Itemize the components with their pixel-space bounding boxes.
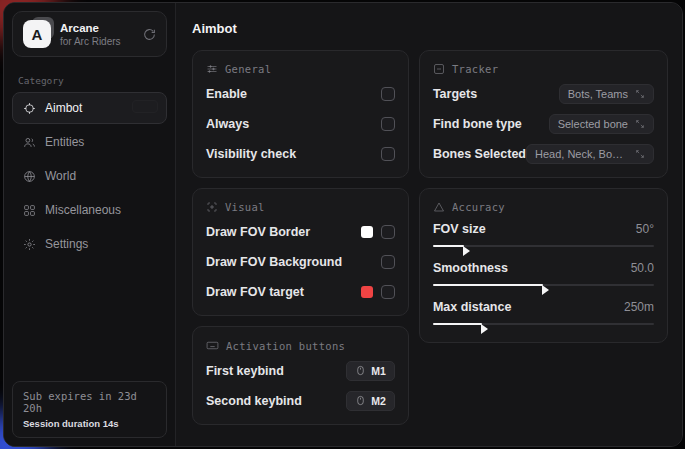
setting-row-find-bone-type: Find bone type Selected bone xyxy=(433,112,654,135)
card-accuracy: Accuracy FOV size 50° Smoothness xyxy=(419,188,668,343)
fov-size-slider[interactable] xyxy=(433,240,654,252)
slider-max-distance: Max distance 250m xyxy=(433,300,654,330)
visibility-check-checkbox[interactable] xyxy=(381,147,395,161)
setting-row-fov-target: Draw FOV target xyxy=(206,280,395,303)
fov-background-checkbox[interactable] xyxy=(381,255,395,269)
card-general: General Enable Always Visibility check xyxy=(192,50,409,178)
expand-icon xyxy=(635,89,645,99)
app-window: A Arcane for Arc Riders Category Aimbot xyxy=(3,2,683,447)
entities-icon xyxy=(22,135,36,149)
card-tracker: Tracker Targets Bots, Teams Find bone ty… xyxy=(419,50,668,178)
setting-row-second-keybind: Second keybind M2 xyxy=(206,389,395,412)
tracker-icon xyxy=(433,63,445,75)
keyboard-icon xyxy=(206,339,219,352)
setting-row-always: Always xyxy=(206,112,395,135)
setting-row-fov-background: Draw FOV Background xyxy=(206,250,395,273)
sidebar-item-settings[interactable]: Settings xyxy=(12,228,167,260)
brand-subtitle: for Arc Riders xyxy=(60,36,134,47)
setting-row-visibility-check: Visibility check xyxy=(206,142,395,165)
card-title-activation: Activation buttons xyxy=(226,340,345,352)
sidebar-item-miscellaneous[interactable]: Miscellaneous xyxy=(12,194,167,226)
enable-checkbox[interactable] xyxy=(381,87,395,101)
main-content: Aimbot General Enable Alw xyxy=(176,3,682,446)
active-item-hint xyxy=(132,100,158,113)
app-logo: A xyxy=(23,20,51,48)
slider-thumb[interactable] xyxy=(481,324,488,334)
slider-thumb[interactable] xyxy=(542,285,549,295)
card-visual: Visual Draw FOV Border Draw FOV Backgrou… xyxy=(192,188,409,316)
smoothness-slider[interactable] xyxy=(433,279,654,291)
subscription-box: Sub expires in 23d 20h Session duration … xyxy=(12,381,167,438)
sidebar-item-label: World xyxy=(45,169,76,183)
sync-icon[interactable] xyxy=(143,28,156,41)
fov-size-value: 50° xyxy=(636,222,654,236)
always-checkbox[interactable] xyxy=(381,117,395,131)
brand-name: Arcane xyxy=(60,22,134,34)
setting-row-fov-border: Draw FOV Border xyxy=(206,220,395,243)
page-title: Aimbot xyxy=(192,21,668,36)
triangle-icon xyxy=(433,201,445,213)
max-distance-slider[interactable] xyxy=(433,318,654,330)
globe-icon xyxy=(22,169,36,183)
setting-row-enable: Enable xyxy=(206,82,395,105)
second-keybind-button[interactable]: M2 xyxy=(346,391,395,411)
sidebar-item-label: Miscellaneous xyxy=(45,203,121,217)
fov-target-checkbox[interactable] xyxy=(381,285,395,299)
sidebar-item-label: Settings xyxy=(45,237,88,251)
smoothness-value: 50.0 xyxy=(631,261,654,275)
brand-card: A Arcane for Arc Riders xyxy=(12,11,167,57)
sidebar-item-label: Aimbot xyxy=(45,101,82,115)
first-keybind-button[interactable]: M1 xyxy=(346,361,395,381)
sidebar-item-label: Entities xyxy=(45,135,84,149)
category-label: Category xyxy=(4,65,175,92)
mouse-icon xyxy=(355,395,366,406)
targets-dropdown[interactable]: Bots, Teams xyxy=(559,84,654,104)
mouse-icon xyxy=(355,365,366,376)
max-distance-value: 250m xyxy=(624,300,654,314)
slider-thumb[interactable] xyxy=(463,246,470,256)
expand-icon xyxy=(635,119,645,129)
sidebar: A Arcane for Arc Riders Category Aimbot xyxy=(4,3,176,446)
find-bone-type-dropdown[interactable]: Selected bone xyxy=(549,114,654,134)
card-title-general: General xyxy=(225,63,271,75)
sliders-icon xyxy=(206,63,218,75)
crosshair-icon xyxy=(22,101,36,115)
fov-border-color-swatch[interactable] xyxy=(361,226,373,238)
card-title-accuracy: Accuracy xyxy=(452,201,505,213)
session-duration: Session duration 14s xyxy=(23,418,156,429)
fov-target-color-swatch[interactable] xyxy=(361,286,373,298)
logo-letter: A xyxy=(23,20,51,48)
card-title-tracker: Tracker xyxy=(452,63,498,75)
setting-row-first-keybind: First keybind M1 xyxy=(206,359,395,382)
slider-fov-size: FOV size 50° xyxy=(433,222,654,252)
setting-row-bones-selected: Bones Selected Head, Neck, Body, Pe.. xyxy=(433,142,654,165)
focus-icon xyxy=(206,201,218,213)
expand-icon xyxy=(635,149,645,159)
sidebar-item-entities[interactable]: Entities xyxy=(12,126,167,158)
brand-text: Arcane for Arc Riders xyxy=(60,22,134,47)
card-title-visual: Visual xyxy=(225,201,265,213)
card-activation-buttons: Activation buttons First keybind M1 Seco… xyxy=(192,326,409,425)
gear-icon xyxy=(22,237,36,251)
slider-smoothness: Smoothness 50.0 xyxy=(433,261,654,291)
sidebar-item-world[interactable]: World xyxy=(12,160,167,192)
grid-icon xyxy=(22,203,36,217)
bones-selected-dropdown[interactable]: Head, Neck, Body, Pe.. xyxy=(526,144,654,164)
fov-border-checkbox[interactable] xyxy=(381,225,395,239)
sidebar-item-aimbot[interactable]: Aimbot xyxy=(12,92,167,124)
subscription-expiry: Sub expires in 23d 20h xyxy=(23,390,156,414)
setting-row-targets: Targets Bots, Teams xyxy=(433,82,654,105)
sidebar-nav: Aimbot Entities World Miscellaneous xyxy=(4,92,175,260)
